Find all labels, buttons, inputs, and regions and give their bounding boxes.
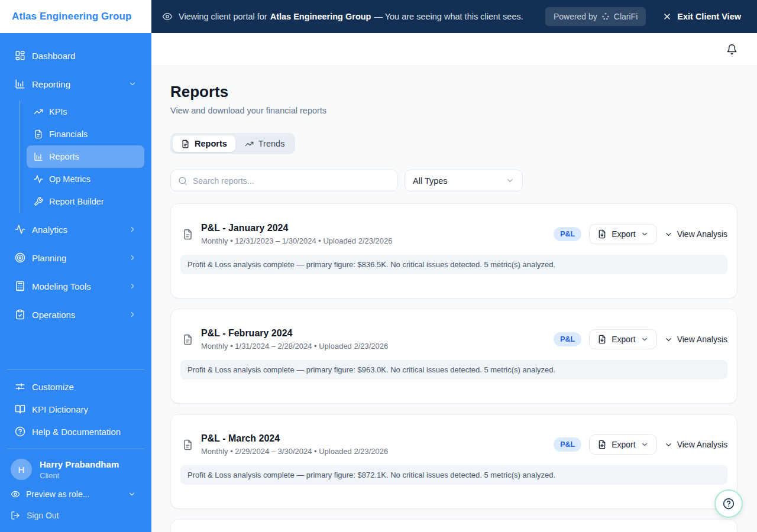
export-button[interactable]: Export <box>589 434 656 455</box>
page-content: Reports View and download your financial… <box>151 66 757 532</box>
preview-as-role-dropdown[interactable]: Preview as role... <box>7 485 144 504</box>
chevron-right-icon <box>128 282 137 290</box>
sidebar-item-label: KPIs <box>49 107 67 116</box>
sidebar-item-label: Report Builder <box>49 197 104 206</box>
top-header <box>151 33 757 66</box>
view-analysis-button[interactable]: View Analysis <box>664 335 727 344</box>
page-title: Reports <box>170 83 737 101</box>
bar-chart-icon <box>15 79 25 89</box>
clipboard-check-icon <box>15 309 25 320</box>
help-fab-button[interactable] <box>714 489 743 518</box>
powered-by-label: Powered by <box>554 12 597 21</box>
sidebar-item-planning[interactable]: Planning <box>7 246 144 270</box>
close-icon <box>662 12 672 21</box>
sidebar-item-label: Reporting <box>32 79 70 89</box>
reporting-submenu: KPIs Financials Reports <box>20 100 144 213</box>
type-filter-value: All Types <box>413 176 448 186</box>
file-text-icon <box>34 129 43 139</box>
sign-out-button[interactable]: Sign Out <box>7 504 144 524</box>
view-analysis-button[interactable]: View Analysis <box>664 229 727 239</box>
log-out-icon <box>11 511 20 520</box>
report-type-badge: P&L <box>554 437 581 452</box>
trending-up-icon <box>34 107 43 116</box>
sidebar-divider <box>7 369 144 369</box>
sidebar-nav: Dashboard Reporting KPIs <box>0 33 151 331</box>
logo[interactable]: Atlas Engineering Group <box>0 0 151 33</box>
user-profile: H Harry Prabandham Client <box>7 455 144 485</box>
report-title: P&L - March 2024 <box>201 433 388 444</box>
powered-by-badge[interactable]: Powered by ClariFi <box>545 7 646 26</box>
export-label: Export <box>612 229 635 239</box>
chevron-down-icon <box>640 230 649 238</box>
report-title: P&L - February 2024 <box>201 328 388 339</box>
sidebar-item-op-metrics[interactable]: Op Metrics <box>27 168 144 190</box>
report-card: P&L - January 2024 Monthly • 12/31/2023 … <box>170 203 737 299</box>
tab-trends[interactable]: Trends <box>237 135 293 152</box>
sidebar-item-kpis[interactable]: KPIs <box>27 100 144 123</box>
sidebar-item-label: Analytics <box>32 225 67 235</box>
tab-label: Trends <box>258 139 285 148</box>
chevron-down-icon <box>640 335 649 343</box>
sidebar-item-reporting[interactable]: Reporting <box>7 72 144 96</box>
page-subtitle: View and download your financial reports <box>170 106 737 115</box>
activity-icon <box>15 224 25 235</box>
wrench-icon <box>34 197 43 206</box>
chevron-right-icon <box>128 310 137 319</box>
bar-chart-icon <box>34 152 43 161</box>
banner-client-name: Atlas Engineering Group <box>270 12 371 21</box>
report-title: P&L - January 2024 <box>201 223 393 233</box>
chevron-down-icon <box>664 440 673 449</box>
user-role: Client <box>40 471 119 480</box>
exit-label: Exit Client View <box>677 12 741 21</box>
report-card: P&L - February 2024 Monthly • 1/31/2024 … <box>170 309 737 404</box>
tab-reports[interactable]: Reports <box>173 135 235 152</box>
sidebar-item-modeling-tools[interactable]: Modeling Tools <box>7 274 144 298</box>
report-card: P&L - March 2024 Monthly • 2/29/2024 – 3… <box>170 414 737 509</box>
search-input[interactable] <box>193 176 390 186</box>
main-area: Viewing client portal for Atlas Engineer… <box>151 0 757 532</box>
sidebar-item-label: Help & Documentation <box>32 427 121 437</box>
chevron-right-icon <box>128 254 137 262</box>
sidebar-item-report-builder[interactable]: Report Builder <box>27 190 144 213</box>
sidebar-item-kpi-dictionary[interactable]: KPI Dictionary <box>7 398 144 420</box>
client-view-banner: Viewing client portal for Atlas Engineer… <box>151 0 757 33</box>
chevron-down-icon <box>128 80 137 88</box>
eye-icon <box>162 11 173 22</box>
sidebar-item-help-documentation[interactable]: Help & Documentation <box>7 420 144 443</box>
chevron-down-icon <box>664 335 673 344</box>
file-text-icon <box>181 140 190 148</box>
view-analysis-label: View Analysis <box>677 229 727 239</box>
export-button[interactable]: Export <box>589 329 656 349</box>
sidebar-item-label: Dashboard <box>32 51 75 61</box>
export-button[interactable]: Export <box>589 224 656 244</box>
sidebar-item-operations[interactable]: Operations <box>7 303 144 326</box>
filter-row: All Types <box>170 170 737 192</box>
eye-icon <box>11 489 20 499</box>
book-open-icon <box>15 404 25 414</box>
chevron-right-icon <box>128 225 137 233</box>
file-text-icon <box>182 334 193 345</box>
help-circle-icon <box>723 498 735 510</box>
clarifi-sparkle-icon <box>601 12 610 21</box>
exit-client-view-button[interactable]: Exit Client View <box>662 12 741 21</box>
view-analysis-button[interactable]: View Analysis <box>664 440 727 449</box>
file-text-icon <box>182 229 193 240</box>
brand-label: ClariFi <box>614 12 638 21</box>
sidebar-item-analytics[interactable]: Analytics <box>7 218 144 241</box>
type-filter-select[interactable]: All Types <box>405 170 523 192</box>
analysis-summary: Profit & Loss analysis complete — primar… <box>180 255 727 274</box>
tab-group: Reports Trends <box>170 133 295 154</box>
sidebar-item-dashboard[interactable]: Dashboard <box>7 44 144 67</box>
report-meta: Monthly • 2/29/2024 – 3/30/2024 • Upload… <box>201 447 388 456</box>
user-name: Harry Prabandham <box>40 459 119 469</box>
bell-icon[interactable] <box>726 44 737 55</box>
report-card: P&L - April 2024 P&L Export <box>170 519 737 532</box>
target-icon <box>15 252 25 263</box>
report-type-badge: P&L <box>554 227 581 241</box>
sidebar-item-customize[interactable]: Customize <box>7 375 144 398</box>
file-text-icon <box>182 439 193 450</box>
sidebar-item-financials[interactable]: Financials <box>27 123 144 145</box>
sidebar-item-label: Customize <box>32 382 74 392</box>
avatar: H <box>11 459 32 480</box>
sidebar-item-reports[interactable]: Reports <box>27 145 144 168</box>
